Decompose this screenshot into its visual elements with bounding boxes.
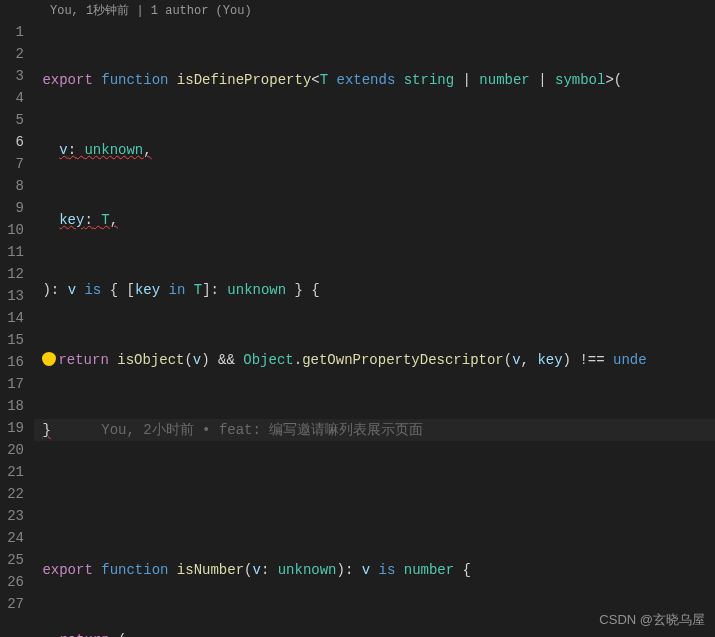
- id-key: key: [135, 282, 160, 298]
- type-param: T: [320, 72, 328, 88]
- line-number: 20: [0, 439, 24, 461]
- blame-msg: feat: 编写邀请嘛列表展示页面: [219, 422, 423, 438]
- param-key: key: [59, 212, 84, 228]
- blame-author: You, 2小时前: [101, 422, 193, 438]
- line-number: 27: [0, 593, 24, 615]
- fn-gopd: getOwnPropertyDescriptor: [302, 352, 504, 368]
- kw-return: return: [58, 352, 108, 368]
- line-number: 16: [0, 351, 24, 373]
- code-content[interactable]: export function isDefineProperty<T exten…: [34, 21, 715, 637]
- line-number: 24: [0, 527, 24, 549]
- id-v: v: [68, 282, 76, 298]
- line-number: 26: [0, 571, 24, 593]
- id-unde: unde: [613, 352, 647, 368]
- kw-export: export: [42, 562, 92, 578]
- kw-function: function: [101, 72, 168, 88]
- line-number: 1: [0, 21, 24, 43]
- code-line[interactable]: export function isDefineProperty<T exten…: [34, 69, 715, 91]
- line-number: 12: [0, 263, 24, 285]
- line-number: 3: [0, 65, 24, 87]
- type-number: number: [479, 72, 529, 88]
- line-number: 17: [0, 373, 24, 395]
- line-number: 22: [0, 483, 24, 505]
- type-unknown: unknown: [278, 562, 337, 578]
- watermark-text: CSDN @玄晓乌屋: [599, 612, 705, 627]
- line-number: 6: [0, 131, 24, 153]
- type-unknown: unknown: [84, 142, 143, 158]
- type-T2: T: [194, 282, 202, 298]
- code-line[interactable]: return (: [34, 629, 715, 637]
- line-number: 5: [0, 109, 24, 131]
- arg-v2: v: [512, 352, 520, 368]
- line-number: 19: [0, 417, 24, 439]
- line-number: 11: [0, 241, 24, 263]
- kw-is: is: [379, 562, 396, 578]
- code-line[interactable]: return isObject(v) && Object.getOwnPrope…: [34, 349, 715, 371]
- line-number: 13: [0, 285, 24, 307]
- type-string: string: [404, 72, 454, 88]
- line-number: 2: [0, 43, 24, 65]
- watermark: CSDN @玄晓乌屋: [599, 611, 705, 629]
- code-line[interactable]: key: T,: [34, 209, 715, 231]
- type-symbol: symbol: [555, 72, 605, 88]
- code-line[interactable]: v: unknown,: [34, 139, 715, 161]
- line-number: 15: [0, 329, 24, 351]
- code-line[interactable]: } You, 2小时前 • feat: 编写邀请嘛列表展示页面: [34, 419, 715, 441]
- arg-key: key: [537, 352, 562, 368]
- type-T: T: [101, 212, 109, 228]
- line-number: 8: [0, 175, 24, 197]
- kw-in: in: [169, 282, 186, 298]
- line-number: 10: [0, 219, 24, 241]
- id-Object: Object: [243, 352, 293, 368]
- kw-extends: extends: [337, 72, 396, 88]
- kw-is: is: [84, 282, 101, 298]
- fn-isNumber: isNumber: [177, 562, 244, 578]
- id-v: v: [362, 562, 370, 578]
- param-v: v: [59, 142, 67, 158]
- line-number: 18: [0, 395, 24, 417]
- arg-v: v: [193, 352, 201, 368]
- line-number: 21: [0, 461, 24, 483]
- fn-isObject: isObject: [117, 352, 184, 368]
- code-line[interactable]: ): v is { [key in T]: unknown } {: [34, 279, 715, 301]
- kw-export: export: [42, 72, 92, 88]
- type-unknown2: unknown: [227, 282, 286, 298]
- kw-return: return: [59, 632, 109, 637]
- line-number: 23: [0, 505, 24, 527]
- type-number: number: [404, 562, 454, 578]
- line-number: 9: [0, 197, 24, 219]
- param-v: v: [252, 562, 260, 578]
- line-number: 7: [0, 153, 24, 175]
- line-number: 4: [0, 87, 24, 109]
- line-number: 14: [0, 307, 24, 329]
- code-line[interactable]: [34, 489, 715, 511]
- fn-name: isDefineProperty: [177, 72, 311, 88]
- code-editor[interactable]: 1 2 3 4 5 6 7 8 9 10 11 12 13 14 15 16 1…: [0, 21, 715, 637]
- line-number: 25: [0, 549, 24, 571]
- kw-function: function: [101, 562, 168, 578]
- lightbulb-icon[interactable]: [42, 352, 56, 366]
- line-number-gutter: 1 2 3 4 5 6 7 8 9 10 11 12 13 14 15 16 1…: [0, 21, 34, 637]
- codelens-text: You, 1秒钟前 | 1 author (You): [50, 2, 252, 19]
- code-line[interactable]: export function isNumber(v: unknown): v …: [34, 559, 715, 581]
- blame-sep: •: [194, 422, 219, 438]
- codelens-authors[interactable]: You, 1秒钟前 | 1 author (You): [0, 0, 715, 21]
- git-blame-inline: You, 2小时前 • feat: 编写邀请嘛列表展示页面: [101, 422, 423, 438]
